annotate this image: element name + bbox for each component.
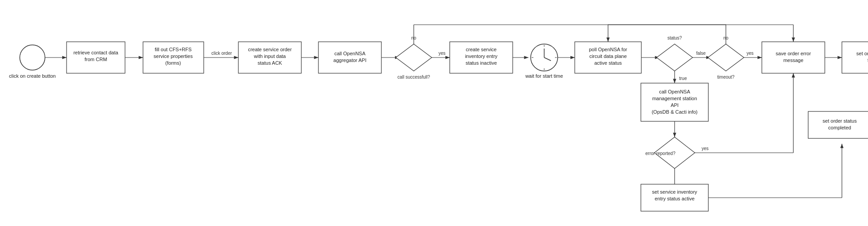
error-reported-label: error reported? (645, 151, 676, 156)
csi-text1: create service (466, 47, 497, 52)
false-label: false (696, 51, 706, 56)
mgmt-text2: management station (652, 96, 697, 101)
retrieve-text: retrieve contact data (73, 50, 119, 55)
ssia-text2: entry status active (655, 196, 695, 201)
retrieve-text2: from CRM (85, 57, 107, 62)
csi-text3: status inactive (465, 60, 497, 66)
status-label: status? (667, 35, 682, 40)
mgmt-text1: call OpenNSA (659, 89, 690, 94)
click-order-label: click order (211, 51, 232, 56)
timeout-label: timeout? (717, 75, 735, 80)
soc-text1: set order status (823, 118, 857, 124)
fillout-text1: fill out CFS+RFS (155, 47, 192, 52)
mgmt-text3: API (671, 102, 679, 108)
soc-text2: completed (828, 125, 851, 130)
yes-label1: yes (438, 51, 446, 56)
call-successful-diamond (396, 44, 432, 71)
sof-text1: set order status (856, 51, 868, 56)
status-diamond (657, 44, 693, 71)
timeout-diamond (708, 44, 744, 71)
csi-text2: inventory entry (465, 53, 498, 59)
mgmt-text4: (OpsDB & Cacti info) (652, 109, 698, 115)
wait-start-label: wait for start time (525, 73, 563, 79)
cso-text3: status ACK (258, 60, 282, 66)
poll-text3: active status (594, 60, 622, 66)
start-label: click on create button (9, 73, 56, 79)
poll-text2: circuit data plane (589, 53, 626, 59)
cso-text2: with input data (254, 53, 286, 59)
yes-error-label: yes (702, 146, 709, 151)
callnsa-text1: call OpenNSA (334, 51, 366, 56)
soem-text2: message (783, 58, 804, 63)
fillout-text2: service properties (154, 53, 193, 59)
cso-text1: create service order (248, 47, 292, 52)
poll-text1: poll OpenNSA for (589, 47, 627, 52)
edge-timeout-no-poll (608, 25, 726, 44)
ssia-text1: set service inventory (652, 189, 698, 195)
callnsa-text2: aggregator API (333, 58, 366, 63)
true-label: true (679, 76, 687, 81)
yes-timeout-label: yes (747, 51, 754, 56)
soem-text1: save order error (776, 51, 811, 56)
fillout-text3: (forms) (166, 60, 181, 66)
call-successful-label: call successfull? (398, 75, 430, 80)
set-order-failed-node (842, 42, 868, 73)
start-event (20, 45, 45, 70)
